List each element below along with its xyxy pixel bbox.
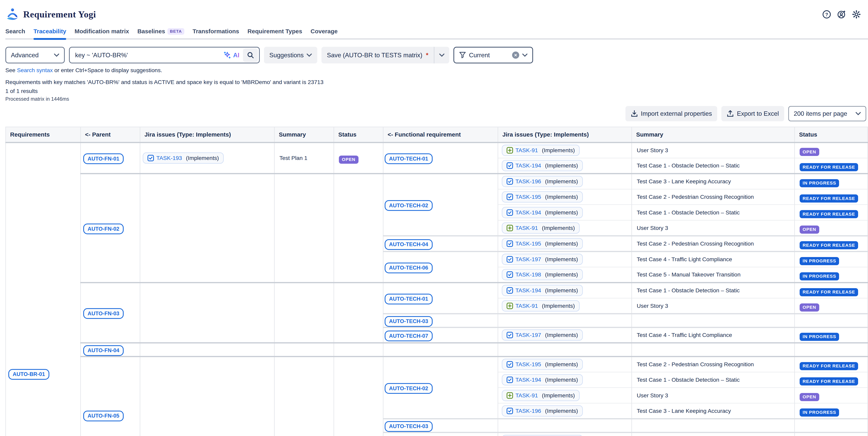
baseline-select[interactable]: Current × — [454, 47, 533, 63]
jira-issue-chip[interactable]: TASK-195 (Implements) — [502, 238, 583, 249]
export-to-excel-button[interactable]: Export to Excel — [721, 106, 784, 121]
jira-issue-chip[interactable]: TASK-91 (Implements) — [502, 390, 580, 401]
search-input[interactable]: key ~ 'AUTO-BR%' AI — [69, 47, 260, 63]
column-header: Requirements — [6, 127, 81, 143]
status-cell: OPEN — [795, 298, 868, 314]
search-mode-select[interactable]: Advanced — [5, 47, 65, 63]
parent-requirement-chip[interactable]: AUTO-FN-05 — [83, 411, 124, 421]
relation-label: (Implements) — [544, 377, 578, 383]
jira-issue-link[interactable]: TASK-193 — [156, 155, 182, 161]
search-button[interactable] — [243, 49, 258, 62]
summary-cell — [632, 419, 795, 432]
parent-requirement-chip[interactable]: AUTO-FN-03 — [83, 308, 124, 319]
summary-cell — [632, 343, 795, 356]
processed-time: Processed matrix in 1446ms — [5, 96, 868, 102]
functional-requirement-chip[interactable]: AUTO-TECH-02 — [385, 200, 433, 211]
functional-requirement-chip[interactable]: AUTO-TECH-03 — [385, 316, 433, 327]
jira-issue-chip[interactable]: TASK-196 (Implements) — [502, 435, 583, 436]
task-type-icon — [506, 271, 513, 278]
jira-issue-chip[interactable]: TASK-91 (Implements) — [502, 222, 580, 233]
user-profile-icon[interactable] — [837, 10, 846, 19]
jira-issue-link[interactable]: TASK-195 — [516, 361, 541, 368]
jira-issue-chip[interactable]: TASK-196 (Implements) — [502, 176, 583, 187]
column-header: Summary — [275, 127, 334, 143]
clear-baseline-icon[interactable]: × — [512, 52, 519, 59]
jira-issue-link[interactable]: TASK-198 — [516, 271, 541, 278]
functional-requirement-chip[interactable]: AUTO-TECH-01 — [385, 153, 433, 164]
jira-issue-chip[interactable]: TASK-91 (Implements) — [502, 300, 580, 312]
tab-requirement-types[interactable]: Requirement Types — [248, 27, 302, 38]
functional-requirement-chip[interactable]: AUTO-TECH-03 — [385, 421, 433, 432]
page-size-select[interactable]: 200 items per page — [788, 106, 866, 121]
jira-issue-link[interactable]: TASK-197 — [516, 332, 541, 338]
task-type-icon — [506, 240, 513, 247]
summary-cell: User Story 3 — [632, 298, 795, 314]
jira-issue-link[interactable]: TASK-196 — [516, 178, 541, 185]
task-type-icon — [148, 155, 154, 161]
requirement-chip[interactable]: AUTO-BR-01 — [8, 369, 49, 380]
jira-issue-link[interactable]: TASK-194 — [516, 287, 541, 294]
ai-assist-button[interactable]: AI — [223, 51, 240, 59]
jira-issue-link[interactable]: TASK-91 — [516, 303, 538, 309]
jira-issue-link[interactable]: TASK-195 — [516, 194, 541, 200]
tab-label: Baselines — [137, 28, 165, 35]
jira-issue-chip[interactable]: TASK-195 (Implements) — [502, 191, 583, 203]
jira-issue-chip[interactable]: TASK-194 (Implements) — [502, 285, 583, 296]
tab-search[interactable]: Search — [5, 27, 25, 38]
tab-coverage[interactable]: Coverage — [311, 27, 338, 38]
functional-requirement-chip[interactable]: AUTO-TECH-02 — [385, 383, 433, 394]
help-icon[interactable]: ? — [822, 10, 831, 19]
summary-cell: User Story 3 — [632, 220, 795, 236]
summary-cell — [275, 283, 334, 343]
functional-requirement-chip[interactable]: AUTO-TECH-06 — [385, 262, 433, 273]
tab-transformations[interactable]: Transformations — [193, 27, 239, 38]
tab-traceability[interactable]: Traceability — [33, 27, 66, 38]
tab-modification-matrix[interactable]: Modification matrix — [74, 27, 129, 38]
jira-issues-cell — [140, 283, 275, 343]
baseline-value: Current — [469, 52, 509, 59]
task-type-icon — [506, 377, 513, 383]
import-external-properties-button[interactable]: Import external properties — [625, 106, 717, 121]
jira-issue-chip[interactable]: TASK-196 (Implements) — [502, 405, 583, 416]
jira-issue-chip[interactable]: TASK-194 (Implements) — [502, 374, 583, 385]
download-icon — [631, 110, 638, 117]
parent-requirement-chip[interactable]: AUTO-FN-02 — [83, 223, 124, 234]
status-badge: READY FOR RELEASE — [800, 362, 858, 370]
jira-issue-chip[interactable]: TASK-194 (Implements) — [502, 160, 583, 171]
functional-requirement-chip[interactable]: AUTO-TECH-01 — [385, 294, 433, 304]
jira-issue-chip[interactable]: TASK-197 (Implements) — [502, 330, 583, 341]
settings-gear-icon[interactable] — [852, 10, 861, 19]
jira-issue-link[interactable]: TASK-194 — [516, 377, 541, 383]
jira-issue-chip[interactable]: TASK-91 (Implements) — [502, 145, 580, 156]
jira-issue-chip[interactable]: TASK-198 (Implements) — [502, 269, 583, 280]
jira-issue-chip[interactable]: TASK-197 (Implements) — [502, 254, 583, 265]
jira-issues-cell: TASK-196 (Implements) — [498, 174, 632, 189]
tab-label: Search — [5, 28, 25, 35]
functional-requirement-chip[interactable]: AUTO-TECH-04 — [385, 239, 433, 250]
jira-issue-link[interactable]: TASK-91 — [516, 225, 538, 231]
save-matrix-button[interactable]: Save (AUTO-BR to TESTS matrix) * — [321, 47, 434, 63]
save-options-button[interactable] — [434, 47, 449, 63]
table-header-row: Requirements<- ParentJira issues (Type: … — [6, 127, 868, 143]
jira-issue-link[interactable]: TASK-197 — [516, 256, 541, 262]
tab-baselines[interactable]: BaselinesBETA — [137, 27, 184, 38]
jira-issue-link[interactable]: TASK-91 — [516, 147, 538, 154]
jira-issue-link[interactable]: TASK-196 — [516, 408, 541, 414]
parent-requirement-chip[interactable]: AUTO-FN-04 — [83, 345, 124, 356]
status-cell — [334, 283, 383, 343]
jira-issue-link[interactable]: TASK-194 — [516, 162, 541, 169]
jira-issue-link[interactable]: TASK-91 — [516, 392, 538, 399]
search-syntax-link[interactable]: Search syntax — [17, 67, 53, 73]
new-feature-type-icon — [506, 392, 513, 399]
jira-issue-link[interactable]: TASK-194 — [516, 209, 541, 216]
jira-issue-chip[interactable]: TASK-194 (Implements) — [502, 207, 583, 218]
jira-issue-chip[interactable]: TASK-193 (Implements) — [143, 152, 224, 164]
parent-requirement-chip[interactable]: AUTO-FN-01 — [83, 153, 124, 164]
jira-issue-chip[interactable]: TASK-195 (Implements) — [502, 359, 583, 370]
functional-requirement-chip[interactable]: AUTO-TECH-07 — [385, 331, 433, 341]
tab-label: Requirement Types — [248, 28, 302, 35]
suggestions-button[interactable]: Suggestions — [264, 47, 317, 63]
status-badge: IN PROGRESS — [800, 272, 839, 280]
jira-issue-link[interactable]: TASK-195 — [516, 240, 541, 247]
search-mode-value: Advanced — [11, 52, 39, 59]
